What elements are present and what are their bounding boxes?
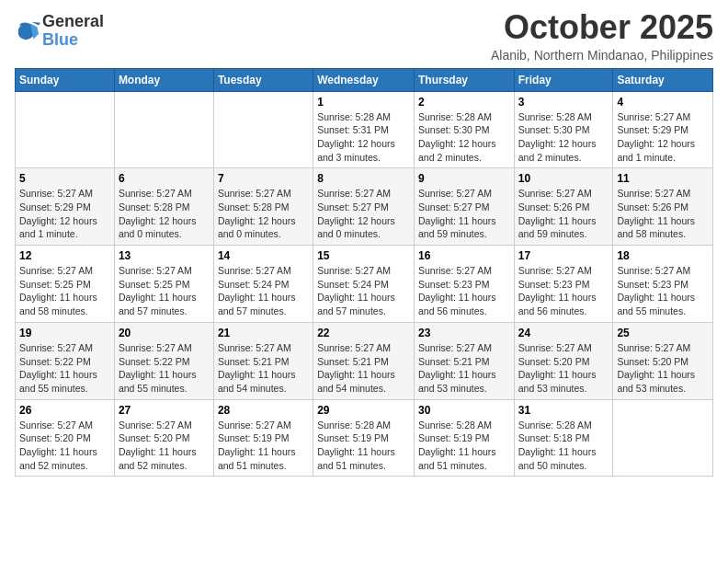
week-row-4: 19Sunrise: 5:27 AM Sunset: 5:22 PM Dayli…	[16, 322, 713, 399]
day-info: Sunrise: 5:27 AM Sunset: 5:25 PM Dayligh…	[119, 264, 210, 318]
day-info: Sunrise: 5:27 AM Sunset: 5:26 PM Dayligh…	[518, 187, 609, 241]
day-number: 31	[518, 404, 609, 417]
day-info: Sunrise: 5:27 AM Sunset: 5:21 PM Dayligh…	[218, 341, 309, 396]
day-cell: 22Sunrise: 5:27 AM Sunset: 5:21 PM Dayli…	[313, 322, 415, 399]
day-cell: 7Sunrise: 5:27 AM Sunset: 5:28 PM Daylig…	[213, 168, 313, 246]
day-info: Sunrise: 5:27 AM Sunset: 5:24 PM Dayligh…	[218, 264, 309, 318]
day-info: Sunrise: 5:27 AM Sunset: 5:21 PM Dayligh…	[317, 341, 410, 396]
weekday-header-thursday: Thursday	[414, 68, 514, 91]
day-cell: 23Sunrise: 5:27 AM Sunset: 5:21 PM Dayli…	[414, 322, 514, 399]
day-number: 8	[317, 172, 410, 185]
day-cell: 16Sunrise: 5:27 AM Sunset: 5:23 PM Dayli…	[414, 246, 514, 323]
weekday-header-sunday: Sunday	[16, 68, 115, 91]
day-number: 9	[418, 172, 510, 185]
calendar: SundayMondayTuesdayWednesdayThursdayFrid…	[15, 68, 713, 477]
day-cell: 1Sunrise: 5:28 AM Sunset: 5:31 PM Daylig…	[313, 91, 415, 168]
day-info: Sunrise: 5:27 AM Sunset: 5:24 PM Dayligh…	[317, 264, 410, 318]
title-block: October 2025 Alanib, Northern Mindanao, …	[491, 9, 713, 63]
day-cell	[16, 91, 115, 168]
day-info: Sunrise: 5:28 AM Sunset: 5:19 PM Dayligh…	[418, 419, 510, 473]
day-cell: 5Sunrise: 5:27 AM Sunset: 5:29 PM Daylig…	[16, 168, 115, 246]
logo-icon	[15, 18, 40, 44]
day-number: 30	[418, 404, 510, 417]
weekday-header-wednesday: Wednesday	[313, 68, 415, 91]
day-number: 2	[418, 96, 510, 109]
day-number: 17	[518, 249, 609, 262]
day-number: 22	[317, 327, 410, 339]
header: General Blue October 2025 Alanib, Northe…	[15, 9, 713, 63]
day-cell: 11Sunrise: 5:27 AM Sunset: 5:26 PM Dayli…	[613, 168, 713, 246]
day-info: Sunrise: 5:27 AM Sunset: 5:20 PM Dayligh…	[119, 419, 210, 473]
week-row-1: 1Sunrise: 5:28 AM Sunset: 5:31 PM Daylig…	[16, 91, 713, 168]
day-number: 14	[218, 249, 309, 262]
location: Alanib, Northern Mindanao, Philippines	[491, 48, 713, 63]
day-cell: 25Sunrise: 5:27 AM Sunset: 5:20 PM Dayli…	[613, 322, 713, 399]
day-info: Sunrise: 5:27 AM Sunset: 5:29 PM Dayligh…	[19, 187, 110, 241]
logo-text: General Blue	[42, 13, 104, 50]
day-cell: 20Sunrise: 5:27 AM Sunset: 5:22 PM Dayli…	[114, 322, 213, 399]
month-title: October 2025	[491, 9, 713, 46]
day-info: Sunrise: 5:27 AM Sunset: 5:23 PM Dayligh…	[617, 264, 709, 318]
day-info: Sunrise: 5:27 AM Sunset: 5:23 PM Dayligh…	[418, 264, 510, 318]
day-info: Sunrise: 5:27 AM Sunset: 5:25 PM Dayligh…	[19, 264, 110, 318]
day-info: Sunrise: 5:27 AM Sunset: 5:26 PM Dayligh…	[617, 187, 709, 241]
day-cell: 28Sunrise: 5:27 AM Sunset: 5:19 PM Dayli…	[213, 399, 313, 477]
day-cell: 4Sunrise: 5:27 AM Sunset: 5:29 PM Daylig…	[613, 91, 713, 168]
day-info: Sunrise: 5:27 AM Sunset: 5:20 PM Dayligh…	[19, 419, 110, 473]
day-info: Sunrise: 5:27 AM Sunset: 5:22 PM Dayligh…	[19, 341, 110, 396]
day-number: 29	[317, 404, 410, 417]
day-number: 28	[218, 404, 309, 417]
day-info: Sunrise: 5:28 AM Sunset: 5:30 PM Dayligh…	[418, 110, 510, 165]
day-number: 4	[617, 96, 709, 109]
logo-line1: General	[42, 13, 104, 31]
day-number: 15	[317, 249, 410, 262]
day-number: 1	[317, 96, 410, 109]
main-container: General Blue October 2025 Alanib, Northe…	[0, 0, 728, 491]
week-row-5: 26Sunrise: 5:27 AM Sunset: 5:20 PM Dayli…	[16, 399, 713, 477]
day-info: Sunrise: 5:27 AM Sunset: 5:29 PM Dayligh…	[617, 110, 709, 165]
day-cell	[613, 399, 713, 477]
day-cell: 18Sunrise: 5:27 AM Sunset: 5:23 PM Dayli…	[613, 246, 713, 323]
day-info: Sunrise: 5:27 AM Sunset: 5:20 PM Dayligh…	[518, 341, 609, 396]
day-info: Sunrise: 5:27 AM Sunset: 5:28 PM Dayligh…	[119, 187, 210, 241]
day-cell: 27Sunrise: 5:27 AM Sunset: 5:20 PM Dayli…	[114, 399, 213, 477]
day-info: Sunrise: 5:28 AM Sunset: 5:19 PM Dayligh…	[317, 419, 410, 473]
weekday-header-row: SundayMondayTuesdayWednesdayThursdayFrid…	[16, 68, 713, 91]
day-cell: 12Sunrise: 5:27 AM Sunset: 5:25 PM Dayli…	[16, 246, 115, 323]
day-number: 12	[19, 249, 110, 262]
week-row-2: 5Sunrise: 5:27 AM Sunset: 5:29 PM Daylig…	[16, 168, 713, 246]
logo-line2: Blue	[42, 30, 78, 49]
day-cell: 8Sunrise: 5:27 AM Sunset: 5:27 PM Daylig…	[313, 168, 415, 246]
day-cell: 30Sunrise: 5:28 AM Sunset: 5:19 PM Dayli…	[414, 399, 514, 477]
day-cell: 21Sunrise: 5:27 AM Sunset: 5:21 PM Dayli…	[213, 322, 313, 399]
day-number: 23	[418, 327, 510, 339]
day-cell: 9Sunrise: 5:27 AM Sunset: 5:27 PM Daylig…	[414, 168, 514, 246]
day-cell	[114, 91, 213, 168]
day-number: 3	[518, 96, 609, 109]
day-number: 13	[119, 249, 210, 262]
day-info: Sunrise: 5:27 AM Sunset: 5:20 PM Dayligh…	[617, 341, 709, 396]
day-cell: 2Sunrise: 5:28 AM Sunset: 5:30 PM Daylig…	[414, 91, 514, 168]
day-number: 24	[518, 327, 609, 339]
week-row-3: 12Sunrise: 5:27 AM Sunset: 5:25 PM Dayli…	[16, 246, 713, 323]
day-cell: 13Sunrise: 5:27 AM Sunset: 5:25 PM Dayli…	[114, 246, 213, 323]
day-cell: 10Sunrise: 5:27 AM Sunset: 5:26 PM Dayli…	[514, 168, 613, 246]
day-info: Sunrise: 5:28 AM Sunset: 5:18 PM Dayligh…	[518, 419, 609, 473]
day-cell: 6Sunrise: 5:27 AM Sunset: 5:28 PM Daylig…	[114, 168, 213, 246]
weekday-header-tuesday: Tuesday	[213, 68, 313, 91]
day-info: Sunrise: 5:27 AM Sunset: 5:21 PM Dayligh…	[418, 341, 510, 396]
day-info: Sunrise: 5:27 AM Sunset: 5:23 PM Dayligh…	[518, 264, 609, 318]
day-cell: 14Sunrise: 5:27 AM Sunset: 5:24 PM Dayli…	[213, 246, 313, 323]
day-number: 5	[19, 172, 110, 185]
day-number: 11	[617, 172, 709, 185]
day-number: 6	[119, 172, 210, 185]
day-info: Sunrise: 5:27 AM Sunset: 5:28 PM Dayligh…	[218, 187, 309, 241]
day-number: 19	[19, 327, 110, 339]
day-number: 25	[617, 327, 709, 339]
logo: General Blue	[15, 13, 104, 50]
day-info: Sunrise: 5:27 AM Sunset: 5:22 PM Dayligh…	[119, 341, 210, 396]
day-number: 26	[19, 404, 110, 417]
day-number: 21	[218, 327, 309, 339]
day-info: Sunrise: 5:27 AM Sunset: 5:19 PM Dayligh…	[218, 419, 309, 473]
day-cell: 26Sunrise: 5:27 AM Sunset: 5:20 PM Dayli…	[16, 399, 115, 477]
